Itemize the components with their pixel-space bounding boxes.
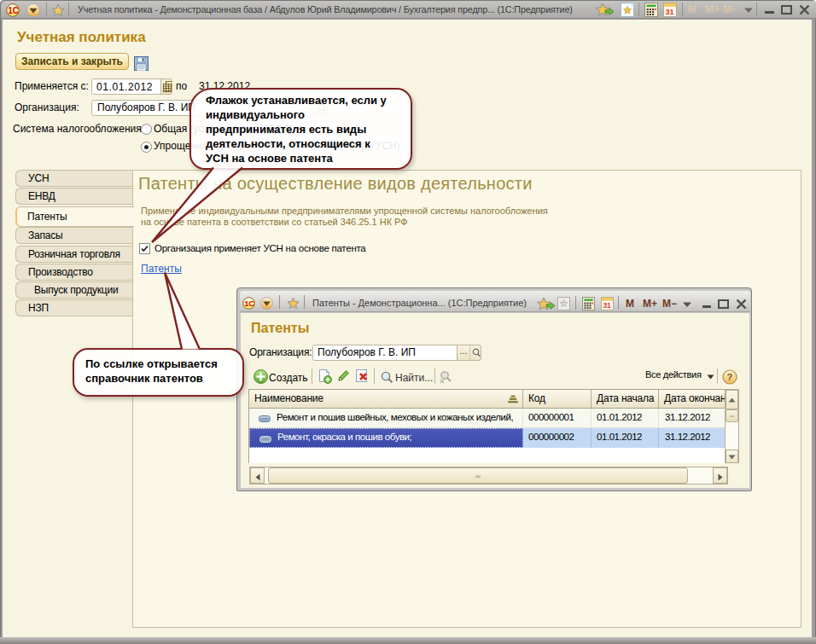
- svg-text:?: ?: [727, 372, 733, 382]
- svg-text:31: 31: [666, 8, 674, 16]
- svg-text:1С: 1С: [8, 6, 19, 15]
- svg-text:31: 31: [603, 301, 611, 310]
- svg-text:1С: 1С: [244, 299, 254, 308]
